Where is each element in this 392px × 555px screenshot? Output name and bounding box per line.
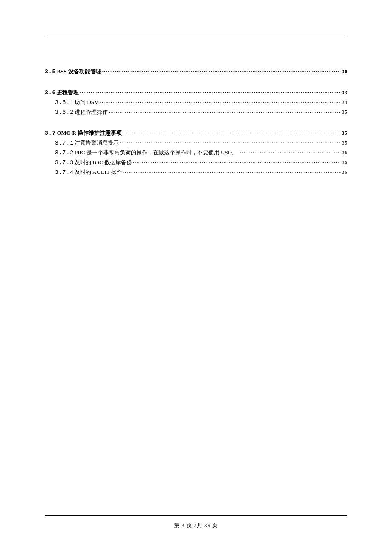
toc-leader-dots [80, 88, 341, 97]
toc-page: 35 [342, 138, 347, 147]
page-content: 3.5 BSS 设备功能管理 30 3.6 进程管理 33 3.6.1 访问 D… [45, 35, 347, 188]
toc-leader-dots [100, 98, 341, 107]
toc-title: PRC 是一个非常高负荷的操作，在做这个操作时，不要使用 USD。 [75, 148, 237, 157]
toc-title: 及时的 BSC 数据库备份 [75, 158, 132, 167]
toc-title: 访问 DSM [75, 98, 99, 107]
toc-leader-dots [109, 107, 341, 117]
toc-page: 36 [342, 158, 347, 167]
toc-section-3-6: 3.6 进程管理 33 3.6.1 访问 DSM 34 3.6.2 进程管理操作… [45, 88, 347, 117]
toc-number: 3.7.1 [55, 139, 74, 148]
toc-leader-dots [123, 128, 341, 138]
toc-number: 3.6.1 [55, 98, 74, 107]
toc-leader-dots [120, 138, 341, 147]
toc-page: 34 [342, 98, 347, 107]
toc-page: 35 [342, 128, 347, 138]
toc-leader-dots [102, 67, 341, 76]
page-number: 第 3 页 /共 36 页 [45, 522, 347, 529]
page-footer: 第 3 页 /共 36 页 [45, 515, 347, 529]
toc-title: OMC-R 操作维护注意事项 [57, 128, 122, 138]
toc-page: 33 [342, 88, 347, 97]
toc-title: BSS 设备功能管理 [57, 67, 101, 76]
toc-number: 3.7 [45, 129, 56, 138]
toc-section-3-5: 3.5 BSS 设备功能管理 30 [45, 67, 347, 77]
toc-number: 3.7.3 [55, 158, 74, 168]
toc-page: 30 [342, 67, 347, 76]
toc-page: 36 [342, 148, 347, 157]
toc-number: 3.6 [45, 88, 56, 98]
toc-leader-dots [238, 148, 341, 157]
toc-number: 3.6.2 [55, 108, 74, 117]
toc-subentry: 3.7.2 PRC 是一个非常高负荷的操作，在做这个操作时，不要使用 USD。 … [45, 148, 347, 158]
toc-section-3-7: 3.7 OMC-R 操作维护注意事项 35 3.7.1 注意告警消息提示 35 … [45, 128, 347, 177]
header-rule [45, 35, 347, 35]
toc-subentry: 3.6.2 进程管理操作 35 [45, 107, 347, 117]
toc-page: 36 [342, 168, 347, 177]
toc-number: 3.7.2 [55, 148, 74, 158]
toc-number: 3.7.4 [55, 168, 74, 177]
toc-number: 3.5 [45, 67, 56, 77]
toc-entry: 3.5 BSS 设备功能管理 30 [45, 67, 347, 77]
toc-title: 进程管理 [57, 88, 79, 97]
toc-subentry: 3.6.1 访问 DSM 34 [45, 98, 347, 107]
toc-title: 进程管理操作 [75, 107, 108, 117]
toc-leader-dots [123, 168, 341, 177]
toc-subentry: 3.7.4 及时的 AUDIT 操作 36 [45, 168, 347, 177]
toc-title: 注意告警消息提示 [75, 138, 119, 147]
toc-leader-dots [133, 158, 341, 167]
toc-page: 35 [342, 107, 347, 117]
toc-entry: 3.6 进程管理 33 [45, 88, 347, 98]
toc-entry: 3.7 OMC-R 操作维护注意事项 35 [45, 128, 347, 138]
toc-subentry: 3.7.3 及时的 BSC 数据库备份 36 [45, 158, 347, 168]
toc-subentry: 3.7.1 注意告警消息提示 35 [45, 138, 347, 148]
toc-title: 及时的 AUDIT 操作 [75, 168, 122, 177]
footer-rule [45, 515, 347, 516]
